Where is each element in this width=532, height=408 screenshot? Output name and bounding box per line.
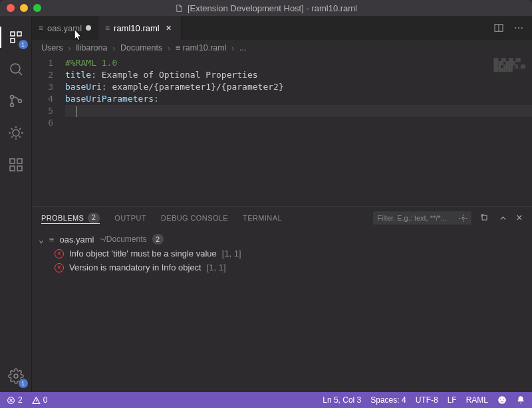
extensions-icon[interactable] [0,149,32,181]
chevron-right-icon: › [111,43,116,53]
file-problem-count: 2 [152,234,164,245]
editor-tabs: ≡ oas.yaml ≡ raml10.raml × [32,16,532,40]
breadcrumb-part[interactable]: Users [41,43,63,52]
panel-tab-terminal[interactable]: TERMINAL [243,214,282,222]
status-warnings[interactable]: 0 [32,395,48,405]
tab-oas-yaml[interactable]: ≡ oas.yaml [32,16,98,40]
explorer-badge: 1 [19,40,28,49]
title-bar: [Extension Development Host] - raml10.ra… [0,0,532,16]
file-icon: ≡ [39,23,43,33]
error-icon: × [55,263,64,272]
tab-raml10-raml[interactable]: ≡ raml10.raml × [98,16,182,40]
settings-icon[interactable]: 1 [0,360,32,392]
filter-settings-icon[interactable] [459,214,467,223]
file-path: ~/Documents [99,235,146,244]
status-eol[interactable]: LF [448,395,457,405]
svg-point-17 [498,396,506,404]
svg-point-12 [518,27,519,29]
activity-bar: 1 1 [0,16,32,392]
panel-tab-output[interactable]: OUTPUT [114,214,146,222]
breadcrumb-part[interactable]: ... [239,43,246,52]
problem-position: [1, 1] [207,262,226,272]
line-number: 1 [32,57,53,69]
line-number: 3 [32,81,53,93]
breadcrumb-part[interactable]: llibarona [76,43,107,52]
code-area[interactable]: #%RAML 1.0title: Example of Optional Pro… [65,56,532,206]
panel-body: ⌄ ≡ oas.yaml ~/Documents 2 ×Info object … [32,229,532,392]
file-icon: ≡ [49,235,55,245]
editor-body[interactable]: 123456 #%RAML 1.0title: Example of Optio… [32,56,532,206]
window-title: [Extension Development Host] - raml10.ra… [0,3,532,13]
notifications-icon[interactable] [516,395,525,405]
svg-rect-6 [17,159,22,163]
svg-point-13 [521,27,523,29]
minimap[interactable]: ██▁██▁██▁██ ████▁████ ███▁████▁█▁██ ████… [494,58,525,72]
problem-message: Version is mandatory in Info object [69,262,201,272]
status-encoding[interactable]: UTF-8 [416,395,438,405]
svg-point-0 [11,64,20,73]
more-icon[interactable] [513,23,524,33]
svg-point-4 [13,130,19,136]
panel-tabs: PROBLEMS 2 OUTPUT DEBUG CONSOLE TERMINAL… [32,207,532,229]
status-spaces[interactable]: Spaces: 4 [370,395,406,405]
code-line[interactable] [65,105,532,117]
line-gutter: 123456 [32,56,65,206]
source-control-icon[interactable] [0,85,32,117]
feedback-icon[interactable] [497,395,507,405]
svg-point-9 [14,374,18,378]
svg-rect-7 [10,166,15,171]
error-icon [7,396,15,405]
problems-count: 2 [88,213,100,223]
svg-rect-15 [482,215,487,220]
status-errors[interactable]: 2 [7,395,23,405]
filter-input[interactable]: Filter. E.g.: text, **/*... [372,211,472,225]
breadcrumb-part[interactable]: Documents [120,43,162,52]
svg-point-14 [462,217,464,219]
chevron-right-icon: › [231,43,236,53]
file-name: oas.yaml [59,235,94,245]
panel-tab-problems[interactable]: PROBLEMS 2 [41,213,100,224]
problem-row[interactable]: ×Info object 'title' must be a single va… [39,247,525,260]
line-number: 6 [32,117,53,129]
file-row[interactable]: ⌄ ≡ oas.yaml ~/Documents 2 [39,232,525,247]
close-panel-icon[interactable]: × [516,212,523,224]
chevron-down-icon[interactable]: ⌄ [39,235,44,245]
svg-point-2 [10,104,13,107]
breadcrumbs[interactable]: Users › llibarona › Documents › ≡ raml10… [32,40,532,56]
line-number: 4 [32,93,53,105]
chevron-right-icon: › [166,43,172,53]
problem-position: [1, 1] [222,249,241,258]
breadcrumb-part[interactable]: ≡ raml10.raml [176,43,227,52]
svg-point-1 [10,96,13,99]
svg-point-3 [18,100,21,103]
settings-badge: 1 [19,379,28,388]
problem-row[interactable]: ×Version is mandatory in Info object[1, … [39,260,525,274]
code-line[interactable]: title: Example of Optional Properties [65,69,532,81]
search-icon[interactable] [0,53,32,85]
svg-rect-8 [17,166,22,171]
explorer-icon[interactable]: 1 [0,21,32,53]
panel-tab-debug-console[interactable]: DEBUG CONSOLE [161,214,228,222]
modified-indicator-icon [86,25,91,31]
close-tab-icon[interactable]: × [164,23,174,33]
debug-icon[interactable] [0,117,32,149]
line-number: 2 [32,69,53,81]
problems-panel: PROBLEMS 2 OUTPUT DEBUG CONSOLE TERMINAL… [32,206,532,392]
editor-actions [485,23,532,33]
file-icon: ≡ [105,23,110,33]
svg-point-11 [515,27,516,29]
code-line[interactable]: baseUri: example/{parameter1}/{parameter… [65,81,532,93]
code-line[interactable]: baseUriParameters: [65,93,532,105]
status-ln-col[interactable]: Ln 5, Col 3 [323,395,361,405]
collapse-all-icon[interactable] [480,213,490,223]
problem-message: Info object 'title' must be a single val… [69,249,217,258]
code-line[interactable]: #%RAML 1.0 [65,57,532,69]
split-editor-icon[interactable] [493,23,504,33]
svg-point-18 [500,399,501,400]
status-lang[interactable]: RAML [466,395,488,405]
warning-icon [32,396,41,405]
file-icon [175,4,184,13]
error-icon: × [55,249,64,258]
code-line[interactable] [65,117,532,129]
maximize-panel-icon[interactable] [498,213,508,223]
